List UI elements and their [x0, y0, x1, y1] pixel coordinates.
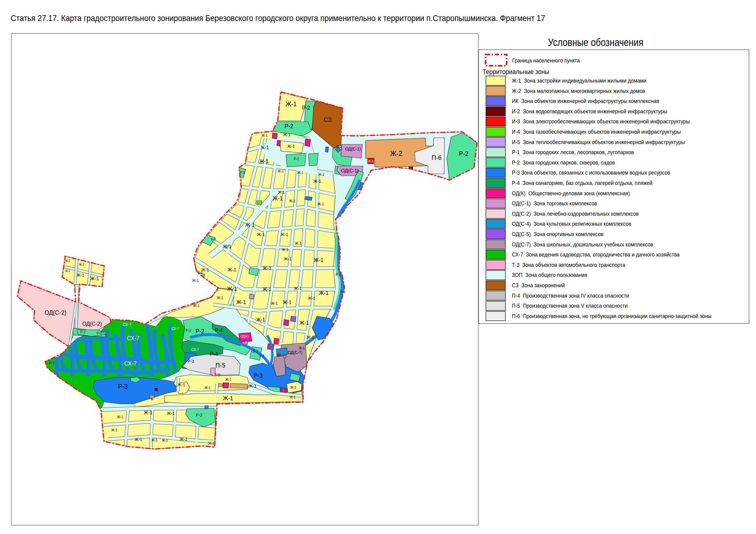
- svg-text:И-2 Зона водоотводящих объект: И-2 Зона водоотводящих объектов инженерн…: [512, 108, 667, 114]
- svg-text:Ж-1: Ж-1: [285, 100, 297, 108]
- svg-text:Ж-1: Ж-1: [111, 428, 117, 432]
- svg-text:П-6 Производственная зона, не: П-6 Производственная зона, не требующая …: [512, 313, 712, 319]
- svg-text:Ж-1: Ж-1: [167, 411, 175, 416]
- svg-text:Ж-1: Ж-1: [256, 317, 265, 322]
- svg-text:Ж-1: Ж-1: [179, 437, 187, 442]
- svg-text:Р-2: Р-2: [196, 328, 204, 335]
- svg-text:Р-2: Р-2: [80, 330, 85, 334]
- svg-text:Ж-1: Ж-1: [281, 232, 288, 237]
- svg-text:ОД(С-4) Зона культовых религи: ОД(С-4) Зона культовых религиозных компл…: [512, 221, 631, 227]
- svg-text:Ж-1: Ж-1: [162, 439, 168, 442]
- svg-text:Ж-1: Ж-1: [306, 335, 314, 340]
- svg-text:ОД(С-2): ОД(С-2): [82, 320, 102, 327]
- svg-text:Р-2: Р-2: [196, 413, 202, 418]
- svg-text:И-4 Зона газообеспечивающих о: И-4 Зона газообеспечивающих объектов инж…: [512, 129, 681, 135]
- svg-text:Р-2: Р-2: [96, 331, 102, 335]
- svg-text:Ж-1: Ж-1: [217, 296, 223, 300]
- svg-text:Ж-1: Ж-1: [65, 259, 70, 263]
- svg-text:СХ-7: СХ-7: [191, 348, 199, 351]
- svg-text:Р-2: Р-2: [211, 238, 216, 241]
- svg-text:ОД(С-2): ОД(С-2): [44, 309, 67, 316]
- svg-text:Р-4 Зона санаториев, баз отды: Р-4 Зона санаториев, баз отдыха, лагерей…: [512, 180, 652, 186]
- svg-text:Р-2: Р-2: [198, 270, 202, 274]
- svg-text:Р-4: Р-4: [215, 327, 223, 333]
- svg-text:Ж-1: Ж-1: [249, 383, 256, 388]
- svg-text:Ж-1: Ж-1: [117, 415, 123, 419]
- svg-text:Ж-1: Ж-1: [290, 386, 296, 389]
- svg-text:Р-2 Зона городских парков, ск: Р-2 Зона городских парков, скверов, садо…: [512, 159, 615, 166]
- svg-text:Р-2: Р-2: [337, 145, 342, 149]
- svg-text:Ж-1: Ж-1: [284, 256, 291, 261]
- svg-text:Ж-1: Ж-1: [144, 409, 152, 415]
- svg-text:Р-1: Р-1: [49, 361, 54, 365]
- svg-text:ИК Зона объектов инженерной и: ИК Зона объектов инженерной инфраструкту…: [512, 98, 659, 105]
- svg-text:Ж-1: Ж-1: [223, 243, 231, 249]
- svg-text:Ж-1: Ж-1: [151, 438, 158, 442]
- svg-text:Ж-1: Ж-1: [283, 299, 291, 305]
- svg-text:Ж-1: Ж-1: [271, 301, 278, 306]
- svg-text:Ж-1: Ж-1: [134, 437, 142, 442]
- svg-text:Ж-1: Ж-1: [294, 286, 302, 291]
- svg-text:Ж-1: Ж-1: [257, 232, 265, 237]
- svg-text:Р-4: Р-4: [210, 350, 218, 357]
- svg-text:Ж-2 Зона малоэтажных многоква: Ж-2 Зона малоэтажных многоквартирных жил…: [512, 88, 645, 94]
- svg-text:Ж-1: Ж-1: [287, 143, 295, 149]
- svg-text:Ж-1: Ж-1: [313, 179, 321, 184]
- svg-text:ОД(К) Общественно-деловая зон: ОД(К) Общественно-деловая зона (комплекс…: [512, 190, 630, 196]
- svg-text:Ж-1: Ж-1: [193, 304, 199, 308]
- svg-text:Ж-1: Ж-1: [227, 285, 237, 292]
- svg-text:Ж-1: Ж-1: [282, 248, 288, 252]
- svg-text:ЗОП Зона общего пользования: ЗОП Зона общего пользования: [512, 272, 587, 278]
- svg-text:СЗ: СЗ: [324, 116, 332, 123]
- svg-text:Р-2: Р-2: [336, 273, 341, 276]
- svg-text:Р-2: Р-2: [253, 350, 258, 354]
- svg-text:Ж-1: Ж-1: [177, 382, 185, 387]
- svg-text:Граница населенного пункта: Граница населенного пункта: [512, 57, 580, 64]
- svg-text:Р-2: Р-2: [240, 170, 245, 174]
- svg-text:Ж-1: Ж-1: [278, 169, 284, 173]
- svg-text:Р-3: Р-3: [259, 354, 264, 358]
- svg-text:Ж-1: Ж-1: [308, 296, 315, 301]
- svg-text:П-5: П-5: [216, 362, 226, 369]
- svg-text:Р-2: Р-2: [302, 105, 310, 111]
- svg-text:Ж-1: Ж-1: [79, 263, 84, 266]
- svg-text:Р-3: Р-3: [187, 359, 194, 364]
- svg-text:Ж-1: Ж-1: [289, 199, 295, 203]
- svg-text:Ж-1: Ж-1: [90, 275, 99, 281]
- svg-text:И-5 Зона теплообеспечивающих: И-5 Зона теплообеспечивающих объектов ин…: [512, 139, 685, 145]
- svg-text:Ж-1: Ж-1: [318, 173, 324, 176]
- svg-text:П-4 Производственная зона IV: П-4 Производственная зона IV класса опас…: [512, 292, 629, 299]
- svg-text:Р-3: Р-3: [118, 383, 127, 390]
- svg-text:Ж-1: Ж-1: [76, 272, 84, 277]
- svg-text:И-3: И-3: [368, 159, 373, 163]
- svg-text:СХ-7: СХ-7: [127, 335, 140, 342]
- svg-text:Ж-1: Ж-1: [290, 395, 296, 399]
- svg-text:И-3 Зона электрообеспечивающи: И-3 Зона электрообеспечивающих объектов …: [512, 118, 690, 125]
- svg-text:Территориальные зоны: Территориальные зоны: [483, 68, 549, 75]
- svg-text:Р-2: Р-2: [459, 150, 468, 157]
- svg-text:П-5 Производственная зона V к: П-5 Производственная зона V класса опасн…: [512, 303, 628, 309]
- svg-text:ОД(К): ОД(К): [240, 335, 249, 338]
- svg-text:СХ-7: СХ-7: [124, 360, 137, 367]
- svg-text:Ж-1: Ж-1: [223, 395, 233, 401]
- svg-text:ОД(С-5) Зона спортивных компл: ОД(С-5) Зона спортивных комплексов: [512, 231, 604, 237]
- svg-text:Ж-1: Ж-1: [263, 265, 271, 271]
- svg-text:Ж-1: Ж-1: [319, 290, 329, 296]
- svg-text:ОД(С-1) Зона торговых комплек: ОД(С-1) Зона торговых комплексов: [512, 200, 597, 207]
- svg-text:Р-3 Зона объектов, связанных с: Р-3 Зона объектов, связанных с использов…: [512, 170, 670, 176]
- svg-text:Р-3: Р-3: [254, 372, 263, 379]
- svg-text:Ж-1 Зона застройки индивидуал: Ж-1 Зона застройки индивидуальными жилым…: [512, 77, 647, 84]
- svg-text:Ж-1: Ж-1: [299, 346, 305, 350]
- svg-text:Статья 27.17. Карта градострои: Статья 27.17. Карта градостроительного з…: [11, 13, 545, 23]
- svg-text:СХ-7: СХ-7: [123, 322, 132, 327]
- svg-text:Условные обозначения: Условные обозначения: [548, 36, 643, 48]
- svg-text:Ж-1: Ж-1: [273, 195, 283, 202]
- svg-text:Ж-1: Ж-1: [317, 202, 324, 207]
- svg-text:ОД(С-1): ОД(С-1): [341, 167, 359, 173]
- svg-text:Р-1 Зона городских лесов, лес: Р-1 Зона городских лесов, лесопарков, лу…: [512, 149, 634, 156]
- svg-text:Ж-1: Ж-1: [261, 145, 269, 150]
- svg-text:ОД(С-7): ОД(С-7): [288, 350, 302, 355]
- svg-text:Ж-1: Ж-1: [228, 267, 236, 272]
- svg-text:Ж-1: Ж-1: [299, 319, 309, 326]
- svg-text:Т-3: Т-3: [215, 373, 220, 377]
